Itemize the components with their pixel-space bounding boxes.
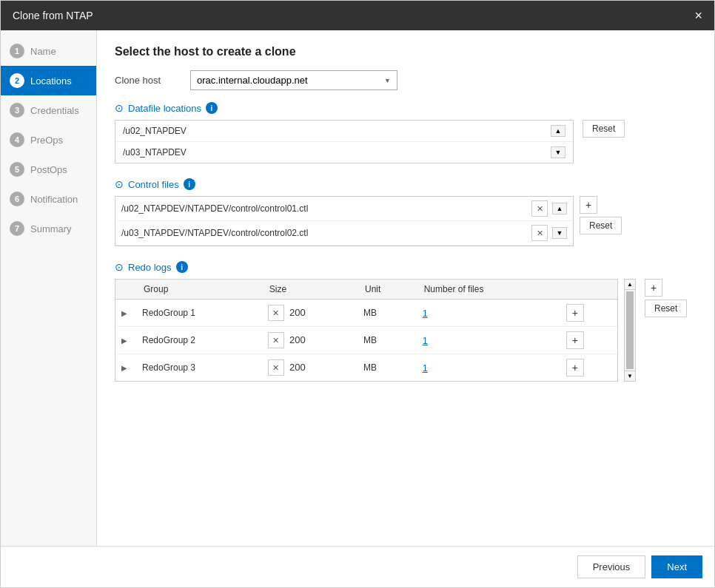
expand-arrow-3[interactable]: ▶	[115, 354, 136, 382]
datafile-locations-section: /u02_NTAPDEV ▲ /u03_NTAPDEV ▼ Reset	[115, 120, 696, 163]
control-remove-1-button[interactable]: ✕	[531, 200, 548, 217]
sidebar-item-credentials[interactable]: 3 Credentials	[1, 95, 96, 125]
scroll-arrows-2: ▼	[551, 146, 565, 158]
redo-info-icon[interactable]: i	[176, 261, 188, 273]
redo-size-2: ✕ 200	[262, 327, 358, 354]
redo-add-3-button[interactable]: +	[566, 359, 584, 376]
redo-unit-1: MB	[358, 300, 417, 327]
redo-add-1-button[interactable]: +	[566, 304, 584, 322]
redo-remove-3-button[interactable]: ✕	[268, 359, 284, 376]
scroll-arrows-cf2: ▼	[552, 227, 567, 239]
redo-collapse-icon[interactable]: ⊙	[115, 261, 124, 273]
redo-remove-1-button[interactable]: ✕	[268, 305, 284, 321]
step-num-1: 1	[10, 44, 24, 58]
redo-add-cell-3: +	[560, 354, 617, 382]
redo-add-2-button[interactable]: +	[566, 331, 584, 349]
redo-remove-2-button[interactable]: ✕	[268, 332, 284, 348]
expand-arrow-1[interactable]: ▶	[115, 300, 136, 327]
step-num-7: 7	[10, 221, 24, 236]
redo-group-1: RedoGroup 1	[136, 300, 262, 327]
sidebar-item-preops[interactable]: 4 PreOps	[1, 125, 96, 155]
sidebar-item-summary[interactable]: 7 Summary	[1, 214, 96, 243]
redo-header-group: Group	[136, 280, 262, 300]
clone-host-value: orac.internal.cloudapp.net	[197, 75, 308, 86]
sidebar-item-locations[interactable]: 2 Locations	[1, 66, 96, 95]
control-reset-button[interactable]: Reset	[580, 217, 622, 234]
control-section-header: ⊙ Control files i	[115, 178, 696, 190]
next-button[interactable]: Next	[651, 555, 702, 578]
datafile-path-2: /u03_NTAPDEV	[123, 147, 551, 158]
control-list: /u02_NTAPDEV/NTAPDEV/control/control01.c…	[115, 196, 574, 246]
redo-section-label: Redo logs	[128, 262, 172, 273]
control-files-section: /u02_NTAPDEV/NTAPDEV/control/control01.c…	[115, 196, 696, 246]
redo-reset-button[interactable]: Reset	[645, 300, 687, 317]
sidebar-label-notification: Notification	[30, 194, 78, 205]
step-num-3: 3	[10, 103, 24, 118]
control-add-button[interactable]: +	[580, 196, 597, 214]
scroll-down-cf[interactable]: ▼	[552, 227, 567, 239]
scroll-down-2[interactable]: ▼	[551, 146, 565, 158]
page-title: Select the host to create a clone	[115, 45, 696, 58]
scroll-up-redo[interactable]: ▲	[625, 280, 635, 290]
table-row: ▶ RedoGroup 1 ✕ 200 MB 1	[115, 300, 617, 327]
control-path-2: /u03_NTAPDEV/NTAPDEV/control/control02.c…	[121, 228, 528, 238]
clone-host-row: Clone host orac.internal.cloudapp.net ▼	[115, 70, 696, 90]
expand-arrow-2[interactable]: ▶	[115, 327, 136, 354]
clone-dialog: Clone from NTAP × 1 Name 2 Locations 3 C…	[0, 0, 715, 588]
datafile-reset-button[interactable]: Reset	[583, 120, 625, 138]
scroll-down-redo[interactable]: ▼	[625, 371, 635, 381]
sidebar-label-postops: PostOps	[30, 164, 67, 175]
redo-files-link-3[interactable]: 1	[423, 362, 428, 374]
control-path-1: /u02_NTAPDEV/NTAPDEV/control/control01.c…	[121, 203, 528, 214]
datafile-list: /u02_NTAPDEV ▲ /u03_NTAPDEV ▼	[115, 120, 574, 163]
control-section-label: Control files	[128, 179, 179, 190]
redo-header-files: Number of files	[417, 280, 560, 300]
datafile-info-icon[interactable]: i	[206, 102, 218, 114]
redo-files-link-2[interactable]: 1	[423, 335, 428, 346]
redo-unit-3: MB	[358, 354, 417, 382]
sidebar: 1 Name 2 Locations 3 Credentials 4 PreOp…	[1, 30, 97, 546]
sidebar-label-locations: Locations	[30, 75, 72, 87]
redo-section-header: ⊙ Redo logs i	[115, 261, 696, 273]
redo-section: ⊙ Redo logs i Group Size Unit	[115, 261, 696, 382]
previous-button[interactable]: Previous	[577, 555, 646, 578]
control-collapse-icon[interactable]: ⊙	[115, 178, 124, 190]
redo-files-link-1[interactable]: 1	[423, 308, 428, 319]
sidebar-label-name: Name	[30, 46, 56, 57]
list-item: /u03_NTAPDEV ▼	[115, 142, 573, 163]
control-remove-2-button[interactable]: ✕	[531, 225, 548, 241]
scroll-up-cf[interactable]: ▲	[552, 203, 567, 214]
datafile-section-label: Datafile locations	[128, 103, 201, 114]
datafile-collapse-icon[interactable]: ⊙	[115, 102, 124, 114]
dialog-title: Clone from NTAP	[13, 10, 93, 21]
datafile-section-header: ⊙ Datafile locations i	[115, 102, 696, 114]
redo-group-3: RedoGroup 3	[136, 354, 262, 382]
dialog-header: Clone from NTAP ×	[1, 1, 714, 30]
control-info-icon[interactable]: i	[184, 178, 195, 190]
step-num-4: 4	[10, 132, 24, 147]
sidebar-item-notification[interactable]: 6 Notification	[1, 184, 96, 214]
control-actions: + Reset	[580, 196, 622, 234]
step-num-6: 6	[10, 192, 24, 206]
redo-add-cell-2: +	[560, 327, 617, 354]
redo-size-1: ✕ 200	[262, 300, 358, 327]
close-button[interactable]: ×	[694, 9, 702, 22]
redo-files-3: 1	[417, 354, 560, 382]
redo-size-3: ✕ 200	[262, 354, 358, 382]
redo-col-expand	[115, 280, 136, 300]
scroll-up-1[interactable]: ▲	[551, 125, 565, 137]
clone-host-dropdown[interactable]: orac.internal.cloudapp.net ▼	[190, 70, 397, 90]
redo-files-1: 1	[417, 300, 560, 327]
scrollbar-thumb	[626, 291, 634, 369]
scroll-arrows-cf1: ▲	[552, 203, 567, 214]
sidebar-item-name[interactable]: 1 Name	[1, 36, 96, 66]
sidebar-label-credentials: Credentials	[30, 105, 79, 116]
redo-header-size: Size	[262, 280, 358, 300]
sidebar-item-postops[interactable]: 5 PostOps	[1, 155, 96, 184]
redo-table-wrap: Group Size Unit Number of files ▶	[115, 279, 696, 382]
list-item: /u02_NTAPDEV ▲	[115, 121, 573, 142]
redo-add-group-button[interactable]: +	[645, 279, 662, 297]
redo-right-actions: + Reset	[645, 279, 687, 382]
redo-unit-2: MB	[358, 327, 417, 354]
clone-host-label: Clone host	[115, 75, 181, 86]
